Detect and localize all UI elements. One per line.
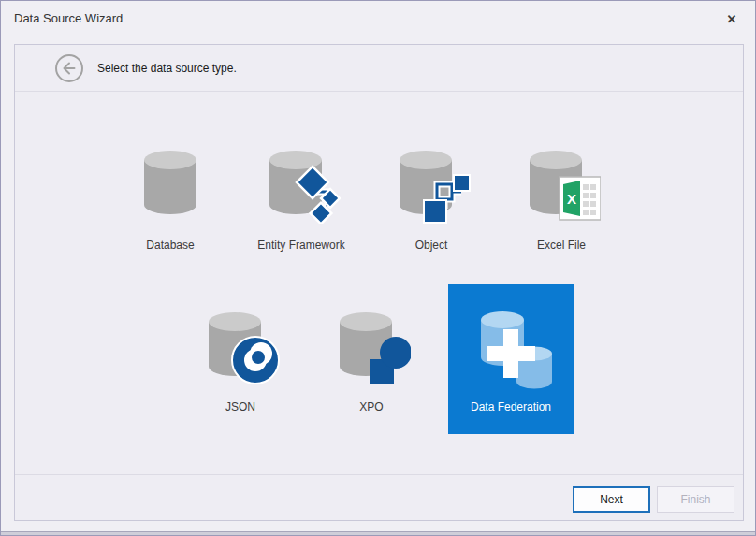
tile-label: JSON [178, 400, 303, 413]
xpo-icon [332, 307, 411, 385]
back-button[interactable] [54, 53, 84, 83]
window-title: Data Source Wizard [14, 11, 123, 25]
wizard-header: Select the data source type. [15, 45, 743, 92]
instruction-text: Select the data source type. [97, 45, 237, 92]
tile-label: Entity Framework [239, 239, 364, 252]
svg-text:X: X [567, 191, 576, 207]
data-source-wizard-dialog: Data Source Wizard ✕ Select the data sou… [0, 0, 756, 536]
tile-object[interactable]: Object [369, 123, 494, 272]
finish-button[interactable]: Finish [657, 486, 734, 513]
entity-framework-icon [262, 145, 341, 224]
tile-json[interactable]: JSON [178, 284, 303, 434]
tile-entity-framework[interactable]: Entity Framework [239, 123, 364, 272]
tile-label: XPO [309, 400, 434, 413]
database-icon [131, 145, 210, 224]
tile-label: Data Federation [448, 400, 574, 413]
excel-file-icon: X [522, 145, 601, 224]
data-federation-icon [466, 303, 556, 393]
back-arrow-circle-icon [54, 72, 84, 86]
wizard-footer: Next Finish [15, 474, 743, 520]
tile-label: Excel File [499, 239, 624, 252]
close-icon: ✕ [727, 12, 737, 26]
close-button[interactable]: ✕ [721, 9, 742, 30]
json-icon [201, 307, 280, 385]
tile-excel-file[interactable]: X Excel File [499, 123, 624, 272]
wizard-panel: Select the data source type. Database [14, 44, 744, 521]
tile-database[interactable]: Database [108, 123, 233, 272]
tile-label: Object [369, 239, 494, 252]
tile-label: Database [108, 239, 233, 252]
tile-xpo[interactable]: XPO [309, 284, 434, 434]
object-icon [392, 145, 471, 224]
tile-data-federation[interactable]: Data Federation [448, 284, 574, 434]
next-button[interactable]: Next [573, 486, 650, 513]
window-bottom-border [1, 531, 755, 535]
